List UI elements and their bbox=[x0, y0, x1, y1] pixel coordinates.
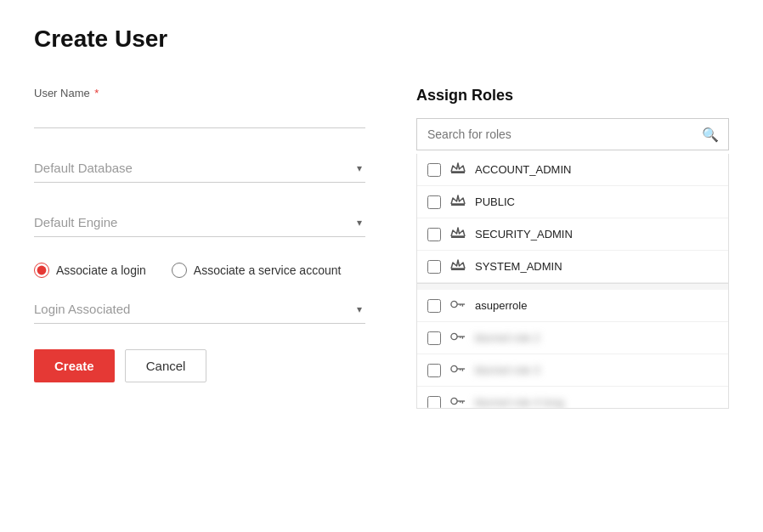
roles-list: ACCOUNT_ADMIN PUBLIC SECURITY_ADMIN bbox=[416, 154, 729, 409]
svg-point-12 bbox=[451, 365, 457, 371]
role-item[interactable]: PUBLIC bbox=[417, 186, 728, 218]
default-database-select[interactable]: Default Database bbox=[34, 154, 365, 183]
key-icon bbox=[449, 331, 466, 345]
default-engine-group: Default Engine ▾ bbox=[34, 208, 365, 237]
crown-icon bbox=[449, 259, 466, 274]
role-checkbox-security_admin[interactable] bbox=[427, 228, 441, 241]
login-associated-wrapper: Login Associated ▾ bbox=[34, 295, 365, 324]
radio-login-option[interactable]: Associate a login bbox=[34, 263, 146, 278]
role-section-divider bbox=[417, 283, 728, 290]
username-input[interactable] bbox=[34, 103, 365, 128]
role-checkbox-public[interactable] bbox=[427, 195, 441, 209]
svg-rect-0 bbox=[451, 172, 465, 173]
svg-rect-3 bbox=[451, 269, 465, 270]
role-name: blurred role 2 bbox=[475, 331, 540, 344]
cancel-button[interactable]: Cancel bbox=[125, 349, 207, 382]
role-checkbox-role2[interactable] bbox=[427, 331, 441, 345]
key-icon bbox=[449, 363, 466, 377]
crown-icon bbox=[449, 162, 466, 177]
role-name: asuperrole bbox=[475, 299, 527, 312]
role-checkbox-role4[interactable] bbox=[427, 396, 441, 410]
page-title: Create User bbox=[34, 25, 729, 53]
radio-service-option[interactable]: Associate a service account bbox=[172, 263, 342, 278]
default-database-group: Default Database ▾ bbox=[34, 154, 365, 183]
left-panel: User Name * Default Database ▾ Default E… bbox=[34, 87, 365, 382]
radio-service-label: Associate a service account bbox=[194, 263, 342, 277]
login-associated-select[interactable]: Login Associated bbox=[34, 295, 365, 324]
role-name: SECURITY_ADMIN bbox=[475, 228, 573, 241]
crown-icon bbox=[449, 227, 466, 241]
search-box: 🔍 bbox=[416, 118, 729, 150]
radio-service-input[interactable] bbox=[172, 263, 187, 278]
username-label: User Name * bbox=[34, 87, 365, 99]
main-layout: User Name * Default Database ▾ Default E… bbox=[34, 87, 729, 409]
default-engine-select[interactable]: Default Engine bbox=[34, 208, 365, 237]
role-item[interactable]: blurred role 3 bbox=[417, 354, 728, 387]
default-database-wrapper: Default Database ▾ bbox=[34, 154, 365, 183]
assign-roles-title: Assign Roles bbox=[416, 87, 729, 105]
search-icon: 🔍 bbox=[702, 127, 719, 142]
svg-point-16 bbox=[451, 398, 457, 404]
role-name: blurred role 3 bbox=[475, 364, 540, 376]
crown-icon bbox=[449, 195, 466, 209]
role-name: blurred role 4 long bbox=[475, 396, 564, 409]
role-item[interactable]: blurred role 4 long bbox=[417, 387, 728, 409]
svg-point-8 bbox=[451, 333, 457, 339]
key-icon bbox=[449, 298, 466, 313]
role-item[interactable]: blurred role 2 bbox=[417, 322, 728, 354]
svg-rect-1 bbox=[451, 204, 465, 206]
login-associated-group: Login Associated ▾ bbox=[34, 295, 365, 324]
role-name: SYSTEM_ADMIN bbox=[475, 260, 562, 273]
svg-point-4 bbox=[451, 301, 457, 307]
role-item[interactable]: SECURITY_ADMIN bbox=[417, 218, 728, 251]
role-checkbox-asuperrole[interactable] bbox=[427, 299, 441, 313]
username-group: User Name * bbox=[34, 87, 365, 128]
create-button[interactable]: Create bbox=[34, 349, 115, 382]
key-icon bbox=[449, 395, 466, 409]
role-item[interactable]: SYSTEM_ADMIN bbox=[417, 251, 728, 283]
role-item[interactable]: asuperrole bbox=[417, 290, 728, 322]
radio-login-input[interactable] bbox=[34, 263, 49, 278]
search-roles-input[interactable] bbox=[416, 118, 729, 150]
right-panel: Assign Roles 🔍 ACCOUNT_ADMIN bbox=[416, 87, 729, 409]
role-name: PUBLIC bbox=[475, 195, 515, 208]
radio-login-label: Associate a login bbox=[56, 263, 146, 277]
role-checkbox-account_admin[interactable] bbox=[427, 163, 441, 177]
button-group: Create Cancel bbox=[34, 349, 365, 382]
role-checkbox-system_admin[interactable] bbox=[427, 260, 441, 274]
associate-radio-group: Associate a login Associate a service ac… bbox=[34, 263, 365, 278]
svg-rect-2 bbox=[451, 236, 465, 238]
default-engine-wrapper: Default Engine ▾ bbox=[34, 208, 365, 237]
role-item[interactable]: ACCOUNT_ADMIN bbox=[417, 154, 728, 186]
role-checkbox-role3[interactable] bbox=[427, 364, 441, 377]
search-button[interactable]: 🔍 bbox=[698, 123, 722, 146]
role-name: ACCOUNT_ADMIN bbox=[475, 163, 571, 176]
